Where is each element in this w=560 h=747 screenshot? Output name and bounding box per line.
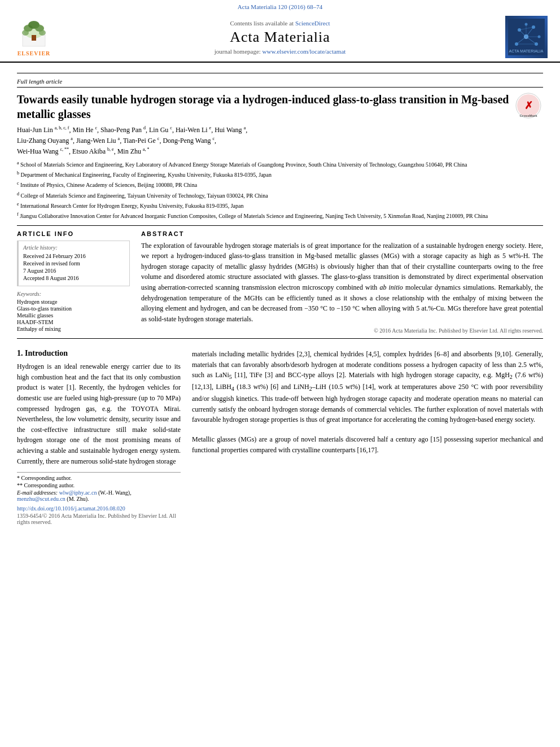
intro-left-column: 1. Introduction Hydrogen is an ideal ren…: [17, 349, 181, 525]
received-revised-date: 7 August 2016: [23, 268, 125, 274]
intro-section-number: 1.: [17, 349, 23, 357]
introduction-section: 1. Introduction Hydrogen is an ideal ren…: [0, 349, 560, 525]
article-title-text: Towards easily tunable hydrogen storage …: [17, 93, 509, 120]
sciencedirect-label: Contents lists available at: [230, 20, 294, 27]
journal-logo-box: ACTA MATERIALIA: [505, 16, 548, 58]
intro-left-text: Hydrogen is an ideal renewable energy ca…: [17, 361, 181, 466]
keywords-section: Keywords: Hydrogen storage Glass-to-glas…: [17, 291, 130, 332]
journal-logo-area: ACTA MATERIALIA: [504, 16, 549, 58]
elsevier-text: ELSEVIER: [18, 50, 51, 56]
abstract-divider: [17, 338, 543, 339]
svg-point-7: [39, 30, 46, 36]
received-date: Received 24 February 2016: [23, 253, 125, 259]
article-title: Towards easily tunable hydrogen storage …: [17, 92, 543, 121]
article-info-column: ARTICLE INFO Article history: Received 2…: [17, 230, 130, 334]
keywords-label: Keywords:: [17, 291, 130, 297]
affiliations-divider: [17, 225, 543, 226]
journal-header: ELSEVIER Contents lists available at Sci…: [0, 11, 560, 63]
abstract-column: ABSTRACT The exploration of favourable h…: [141, 230, 543, 334]
affiliation-f: f Jiangsu Collaborative Innovation Cente…: [17, 211, 543, 220]
keyword-5: Enthalpy of mixing: [17, 326, 130, 332]
affiliation-d: d College of Materials Science and Engin…: [17, 191, 543, 200]
journal-reference: Acta Materialia 120 (2016) 68–74: [238, 3, 322, 10]
journal-header-center: Contents lists available at ScienceDirec…: [56, 20, 504, 55]
article-info-abstract: ARTICLE INFO Article history: Received 2…: [17, 230, 543, 334]
crossmark-icon[interactable]: ✗ CrossMark: [515, 92, 543, 120]
affiliation-a: a School of Materials Science and Engine…: [17, 160, 543, 169]
acta-materialia-logo-icon: ACTA MATERIALIA: [508, 19, 545, 55]
svg-text:ACTA MATERIALIA: ACTA MATERIALIA: [509, 49, 543, 53]
intro-section-label: Introduction: [25, 349, 68, 357]
article-info-header: ARTICLE INFO: [17, 230, 130, 237]
article-content: Full length article Towards easily tunab…: [0, 63, 560, 343]
intro-right-text: materials including metallic hydrides [2…: [192, 349, 543, 425]
authors-line: Huai-Jun Lin a, b, c, f, Min He c, Shao-…: [17, 125, 543, 158]
email-link-zhu[interactable]: menzhu@scut.edu.cn: [17, 496, 65, 502]
homepage-line: journal homepage: www.elsevier.com/locat…: [215, 48, 346, 55]
elsevier-tree-icon: [17, 18, 51, 49]
affiliation-c: c Institute of Physics, Chinese Academy …: [17, 180, 543, 189]
intro-right-column: materials including metallic hydrides [2…: [192, 349, 543, 525]
history-label: Article history:: [23, 244, 125, 251]
intro-section-title: 1. Introduction: [17, 349, 181, 358]
sciencedirect-line: Contents lists available at ScienceDirec…: [230, 20, 330, 27]
page: Acta Materialia 120 (2016) 68–74 ELSEVIE…: [0, 0, 560, 747]
journal-reference-bar: Acta Materialia 120 (2016) 68–74: [0, 0, 560, 11]
homepage-link[interactable]: www.elsevier.com/locate/actamat: [262, 48, 346, 55]
copyright: © 2016 Acta Materialia Inc. Published by…: [141, 327, 543, 334]
keyword-3: Metallic glasses: [17, 312, 130, 318]
footnote-emails: E-mail addresses: wlw@iphy.ac.cn (W.-H. …: [17, 490, 181, 502]
abstract-text: The exploration of favourable hydrogen s…: [141, 241, 543, 325]
abstract-header: ABSTRACT: [141, 230, 543, 237]
affiliation-b: b Department of Mechanical Engineering, …: [17, 170, 543, 179]
affiliation-e: e International Research Center for Hydr…: [17, 201, 543, 210]
svg-text:CrossMark: CrossMark: [519, 114, 537, 117]
intro-right-text-2: Metallic glasses (MGs) are a group of no…: [192, 434, 543, 455]
footnote-star-single: * Corresponding author.: [17, 475, 181, 481]
keyword-1: Hydrogen storage: [17, 299, 130, 305]
footnote-star-double: ** Corresponding author.: [17, 482, 181, 488]
accepted-date: Accepted 8 August 2016: [23, 275, 125, 281]
homepage-label: journal homepage:: [215, 48, 261, 55]
footnotes: * Corresponding author. ** Corresponding…: [17, 472, 181, 502]
svg-rect-2: [32, 35, 36, 41]
journal-title: Acta Materialia: [230, 29, 330, 46]
email-link-wang[interactable]: wlw@iphy.ac.cn: [59, 490, 97, 496]
elsevier-logo: ELSEVIER: [11, 18, 56, 56]
keyword-4: HAADF-STEM: [17, 319, 130, 325]
header-divider: [17, 73, 543, 73]
affiliations: a School of Materials Science and Engine…: [17, 160, 543, 221]
issn-line: 1359-6454/© 2016 Acta Materialia Inc. Pu…: [17, 513, 181, 525]
sciencedirect-link[interactable]: ScienceDirect: [295, 20, 330, 27]
doi-link[interactable]: http://dx.doi.org/10.1016/j.actamat.2016…: [17, 505, 181, 512]
received-revised-label: Received in revised form: [23, 260, 125, 267]
doi-anchor[interactable]: http://dx.doi.org/10.1016/j.actamat.2016…: [17, 505, 125, 512]
keyword-2: Glass-to-glass transition: [17, 305, 130, 312]
svg-text:✗: ✗: [524, 100, 533, 111]
article-history-box: Article history: Received 24 February 20…: [17, 241, 130, 286]
svg-point-6: [22, 30, 29, 36]
article-type: Full length article: [17, 78, 543, 88]
